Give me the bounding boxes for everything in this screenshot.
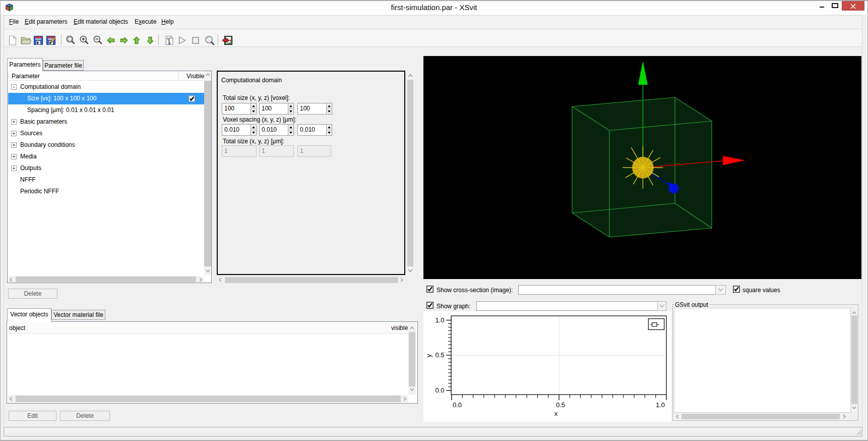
svg-text:0.5: 0.5 [556, 401, 565, 409]
svg-text:0.0: 0.0 [453, 401, 462, 409]
svg-text:1.0: 1.0 [656, 401, 665, 409]
svg-text:0.5: 0.5 [435, 351, 444, 359]
svg-text:x: x [554, 410, 558, 417]
svg-text:1.0: 1.0 [435, 316, 444, 324]
svg-text:0.0: 0.0 [435, 387, 444, 394]
svg-text:y: y [425, 354, 432, 357]
